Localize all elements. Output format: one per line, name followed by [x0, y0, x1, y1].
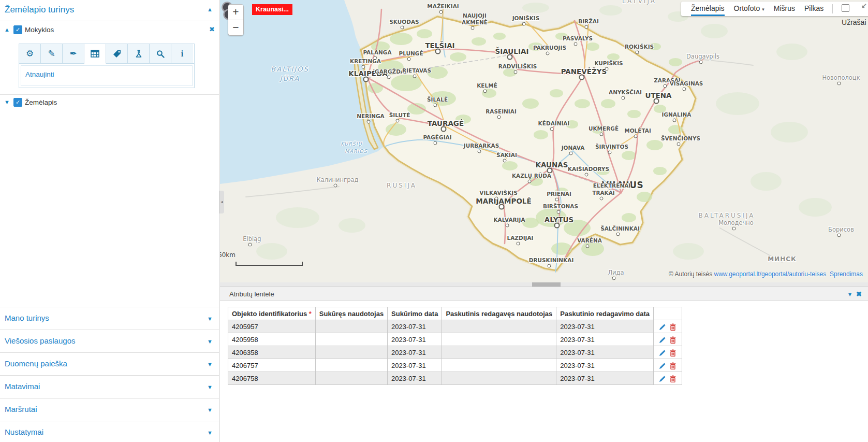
loading-badge: Kraunasi... [252, 4, 292, 15]
map-label-j-ra: JŪRA [280, 75, 300, 82]
city-dot [557, 210, 561, 214]
layer-close-icon[interactable]: ✖ [209, 25, 215, 33]
edit-pencil-icon[interactable] [659, 375, 666, 382]
edit-pencil-icon[interactable] [659, 362, 666, 369]
city-dot [248, 243, 252, 247]
map-label-skuodas: SKUODAS [389, 19, 419, 25]
map-canvas[interactable]: VILNIUSTELŠIAIŠIAULIAIPANEVĖŽYSKLAIPĖDAU… [220, 0, 868, 282]
map-label-marijampol-: MARIJAMPOLĖ [476, 197, 531, 205]
table-row[interactable]: 42067572023-07-312023-07-31 [228, 359, 682, 372]
map-label-panev-ys: PANEVĖŽYS [561, 67, 607, 76]
table-cell [442, 346, 556, 359]
tool-tab-style[interactable]: ✒ [63, 44, 84, 63]
delete-trash-icon[interactable] [669, 362, 676, 369]
delete-trash-icon[interactable] [669, 336, 676, 344]
panel-collapse-icon[interactable]: ▾ [848, 291, 851, 298]
column-header-4[interactable]: Paskutinis redagavęs naudotojas [442, 307, 556, 320]
attribution-action-link[interactable]: Sprendimas [830, 270, 863, 278]
edit-pencil-icon[interactable] [659, 323, 666, 331]
sidebar-section-1[interactable]: Mano turinys▼ [0, 307, 219, 330]
column-header-3[interactable]: Sukūrimo data [388, 307, 442, 320]
sidebar-sections: Mano turinys▼Viešosios paslaugos▼Duomenų… [0, 307, 219, 442]
layer-checkbox-mokyklos[interactable]: ✓ [13, 25, 22, 34]
sidebar-section-6[interactable]: Nustatymai▼ [0, 421, 219, 442]
table-row[interactable]: 42059572023-07-312023-07-31 [228, 320, 682, 333]
labels-checkbox[interactable] [842, 4, 849, 12]
layer-row-mokyklos: ▲ ✓ Mokyklos ✖ [0, 25, 219, 36]
city-dot [483, 90, 487, 93]
edit-pencil-icon[interactable] [659, 336, 666, 344]
chevron-down-icon[interactable]: ▼ [207, 362, 213, 367]
map-label-tel-iai: TELŠIAI [425, 41, 454, 50]
tool-tab-labels[interactable] [106, 44, 128, 63]
attribution-link[interactable]: www.geoportal.lt/geoportal/autoriu-teise… [714, 270, 827, 278]
sidebar-section-4[interactable]: Matavimai▼ [0, 375, 219, 398]
basemap-option-ortofoto[interactable]: Ortofoto▾ [734, 2, 764, 16]
map-label-kazl-r-da: KAZLŲ RŪDA [512, 173, 551, 179]
map-label-var-na: VARĖNA [577, 237, 602, 244]
column-header-2[interactable]: Sukūręs naudotojas [315, 307, 387, 320]
table-cell [315, 372, 387, 385]
layer-expand-icon[interactable]: ▼ [4, 99, 10, 105]
tool-tab-edit[interactable]: ✎ [41, 44, 63, 63]
attribution-text: © Autorių teisės [669, 270, 714, 278]
table-cell: 2023-07-31 [556, 320, 654, 333]
map-label-kelm-: KELMĖ [477, 82, 497, 89]
scrollbar-thumb[interactable] [532, 282, 561, 287]
column-header-5[interactable]: Paskutinio redagavimo data [556, 307, 654, 320]
city-dot [334, 184, 337, 188]
delete-trash-icon[interactable] [669, 349, 676, 357]
corner-collapse-icon[interactable]: ↙ [861, 2, 867, 9]
chevron-down-icon[interactable]: ▼ [207, 339, 213, 345]
table-row[interactable]: 42067582023-07-312023-07-31 [228, 372, 682, 385]
map-label-neringa: NERINGA [357, 113, 384, 119]
sidebar-section-2[interactable]: Viešosios paslaugos▼ [0, 330, 219, 352]
table-cell [442, 372, 556, 385]
table-cell: 4206757 [228, 359, 316, 372]
refresh-link[interactable]: Atnaujinti [25, 70, 54, 78]
tool-tab-search[interactable] [150, 44, 171, 63]
table-cell: 2023-07-31 [388, 346, 442, 359]
basemap-option-žemėlapis[interactable]: Žemėlapis [691, 2, 725, 16]
layer-expand-icon[interactable]: ▲ [4, 27, 10, 33]
chevron-down-icon[interactable]: ▼ [207, 407, 213, 413]
sidebar-section-3[interactable]: Duomenų paieška▼ [0, 352, 219, 375]
column-header-1[interactable]: Objekto identifikatorius * [228, 307, 316, 320]
delete-trash-icon[interactable] [669, 375, 676, 382]
table-cell [315, 320, 387, 333]
table-row[interactable]: 42063582023-07-312023-07-31 [228, 346, 682, 359]
chevron-down-icon[interactable]: ▼ [207, 384, 213, 390]
table-row[interactable]: 42059582023-07-312023-07-31 [228, 333, 682, 346]
map-label-elbl-g: Elbląg [243, 235, 261, 243]
tool-tab-table[interactable] [84, 44, 106, 64]
edit-pencil-icon[interactable] [659, 349, 666, 357]
city-dot [585, 25, 589, 29]
chevron-down-icon[interactable]: ▼ [207, 316, 213, 322]
map-label-naujoji: NAUJOJI [463, 12, 487, 19]
layer-label-mokyklos[interactable]: Mokyklos [25, 26, 54, 34]
tool-tab-analysis[interactable] [128, 44, 150, 63]
map-label-ma-eikiai: MAŽEIKIAI [427, 3, 459, 9]
sidebar-collapse-handle[interactable]: ◂ [219, 191, 224, 213]
panel-close-icon[interactable]: ✖ [856, 290, 862, 298]
city-dot [435, 49, 441, 54]
sidebar-section-5[interactable]: Maršrutai▼ [0, 398, 219, 421]
zoom-in-button[interactable]: + [228, 5, 243, 20]
map-label-bir-tonas: BIRŠTONAS [543, 203, 578, 209]
table-cell: 4205958 [228, 333, 316, 346]
section-label: Viešosios paslaugos [5, 336, 75, 345]
map-horizontal-scrollbar[interactable] [220, 282, 868, 287]
chevron-down-icon[interactable]: ▼ [207, 430, 213, 436]
layer-checkbox-zemelapis[interactable]: ✓ [13, 98, 22, 107]
tool-tab-settings[interactable]: ⚙ [19, 44, 41, 63]
zoom-out-button[interactable]: − [228, 20, 243, 35]
column-header-actions [653, 307, 682, 320]
attribute-table-body: 42059572023-07-312023-07-3142059582023-0… [228, 320, 682, 385]
delete-trash-icon[interactable] [669, 323, 676, 331]
collapse-up-icon[interactable]: ▲ [207, 7, 213, 12]
tool-tab-info[interactable]: i [171, 44, 193, 63]
basemap-option-pilkas[interactable]: Pilkas [804, 2, 823, 16]
basemap-option-mišrus[interactable]: Mišrus [774, 2, 795, 16]
layer-label-zemelapis[interactable]: Žemėlapis [25, 98, 57, 106]
city-dot [506, 224, 509, 227]
